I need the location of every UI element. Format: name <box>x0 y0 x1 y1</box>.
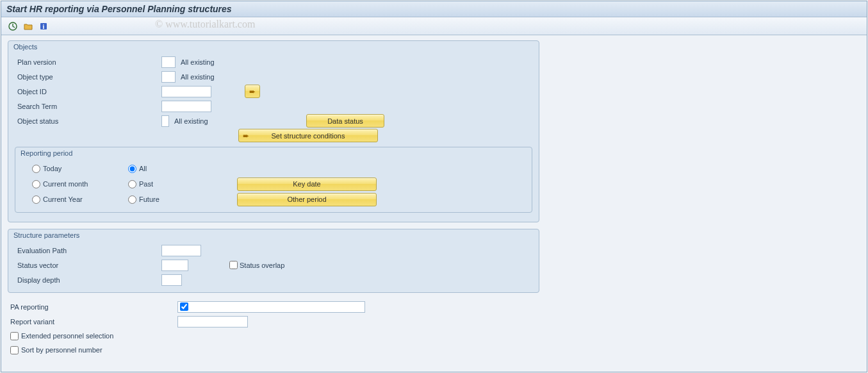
sort-by-personnel-row: Sort by personnel number <box>8 343 860 357</box>
object-status-row: Object status All existing Data status <box>8 113 539 128</box>
today-radio[interactable] <box>32 165 40 173</box>
objects-group: Objects Plan version All existing Object… <box>8 40 539 222</box>
search-term-row: Search Term <box>8 99 539 113</box>
other-period-button[interactable]: Other period <box>237 193 377 206</box>
arrow-right-icon: ➨ <box>249 88 256 95</box>
current-year-radio[interactable] <box>32 195 40 204</box>
object-type-status: All existing <box>181 73 215 81</box>
future-radio-label: Future <box>139 195 160 203</box>
evaluation-path-label: Evaluation Path <box>17 247 161 254</box>
object-status-status: All existing <box>174 117 249 125</box>
key-date-label: Key date <box>293 180 320 188</box>
evaluation-path-input[interactable] <box>161 245 201 256</box>
object-type-row: Object type All existing <box>8 69 539 84</box>
today-radio-label: Today <box>43 165 61 172</box>
watermark-text: © www.tutorialkart.com <box>155 19 255 30</box>
status-vector-label: Status vector <box>17 261 161 269</box>
extended-personnel-row: Extended personnel selection <box>8 329 860 343</box>
object-type-input[interactable] <box>161 71 176 83</box>
plan-version-input[interactable] <box>161 56 176 68</box>
object-id-input[interactable] <box>161 86 211 97</box>
object-id-row: Object ID ➨ <box>8 84 539 99</box>
past-radio[interactable] <box>128 180 136 188</box>
set-structure-conditions-button[interactable]: ➨ Set structure conditions <box>238 129 378 142</box>
pa-reporting-field[interactable] <box>177 301 365 313</box>
object-id-label: Object ID <box>17 88 161 95</box>
report-variant-row: Report variant <box>8 314 860 329</box>
sap-window: Start HR reporting via Personnel Plannin… <box>1 1 867 372</box>
display-depth-row: Display depth <box>8 272 539 287</box>
radio-row-3: Current Year Future Other period <box>15 192 532 207</box>
report-variant-label: Report variant <box>10 318 177 326</box>
page-title: Start HR reporting via Personnel Plannin… <box>6 4 232 14</box>
search-term-input[interactable] <box>161 101 211 112</box>
plan-version-status: All existing <box>181 58 215 66</box>
display-depth-input[interactable] <box>161 274 182 286</box>
reporting-period-group: Reporting period Today All Current month <box>15 147 532 213</box>
data-status-label: Data status <box>327 117 363 125</box>
info-icon: i <box>38 21 49 31</box>
pa-reporting-row: PA reporting <box>8 299 860 314</box>
execute-button[interactable] <box>6 20 19 33</box>
extended-personnel-selection-label: Extended personnel selection <box>21 332 113 340</box>
current-year-radio-label: Current Year <box>43 195 83 203</box>
content-area: Objects Plan version All existing Object… <box>1 35 867 362</box>
plan-version-label: Plan version <box>17 58 161 66</box>
status-vector-input[interactable] <box>161 260 188 271</box>
search-term-label: Search Term <box>17 103 161 110</box>
reporting-period-title: Reporting period <box>15 147 532 161</box>
status-overlap-checkbox[interactable] <box>229 261 238 269</box>
current-month-radio[interactable] <box>32 180 40 188</box>
radio-row-1: Today All <box>15 161 532 176</box>
radio-row-2: Current month Past Key date <box>15 176 532 192</box>
current-month-radio-label: Current month <box>43 180 88 188</box>
multiple-selection-button[interactable]: ➨ <box>245 85 260 98</box>
pa-reporting-label: PA reporting <box>10 303 177 311</box>
info-button[interactable]: i <box>37 20 50 33</box>
sort-by-personnel-number-label: Sort by personnel number <box>21 346 102 354</box>
status-overlap-label: Status overlap <box>240 261 284 269</box>
objects-group-title: Objects <box>8 41 539 54</box>
all-radio[interactable] <box>128 165 136 173</box>
title-bar: Start HR reporting via Personnel Plannin… <box>1 1 867 17</box>
folder-icon <box>23 21 33 31</box>
other-period-label: Other period <box>287 195 326 203</box>
data-status-button[interactable]: Data status <box>306 114 384 128</box>
svg-text:i: i <box>43 23 45 30</box>
evaluation-path-row: Evaluation Path <box>8 243 539 258</box>
get-variant-button[interactable] <box>22 20 35 33</box>
set-structure-row: ➨ Set structure conditions <box>8 128 539 143</box>
report-variant-input[interactable] <box>177 316 248 327</box>
structure-parameters-group: Structure parameters Evaluation Path Sta… <box>8 229 539 293</box>
status-vector-row: Status vector Status overlap <box>8 258 539 272</box>
pa-reporting-checkbox[interactable] <box>180 303 188 311</box>
sort-by-personnel-number-checkbox[interactable] <box>10 346 19 354</box>
display-depth-label: Display depth <box>17 276 161 284</box>
all-radio-label: All <box>139 165 147 172</box>
future-radio[interactable] <box>128 195 136 204</box>
set-structure-conditions-label: Set structure conditions <box>239 132 377 140</box>
structure-parameters-title: Structure parameters <box>8 229 539 243</box>
object-status-input[interactable] <box>161 115 169 127</box>
key-date-button[interactable]: Key date <box>237 178 377 191</box>
object-status-label: Object status <box>17 117 161 125</box>
extended-personnel-selection-checkbox[interactable] <box>10 332 19 340</box>
clock-execute-icon <box>8 21 18 31</box>
toolbar: i © www.tutorialkart.com <box>1 17 867 35</box>
past-radio-label: Past <box>139 180 153 188</box>
object-type-label: Object type <box>17 73 161 81</box>
plan-version-row: Plan version All existing <box>8 54 539 69</box>
